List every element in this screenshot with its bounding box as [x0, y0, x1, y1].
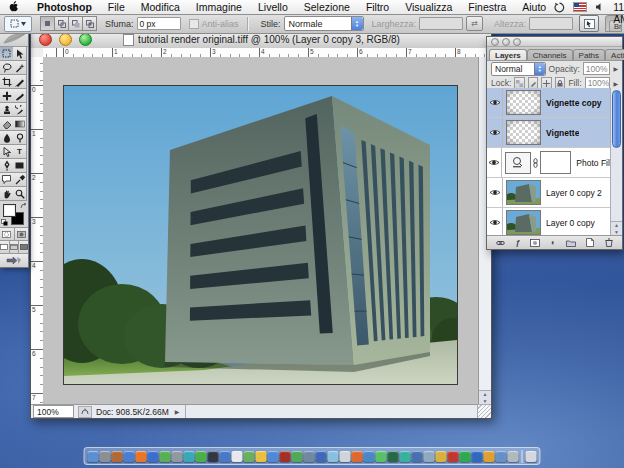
lasso-tool[interactable]: [0, 61, 14, 75]
palette-minimize-button[interactable]: [502, 38, 510, 46]
move-tool[interactable]: [13, 47, 27, 61]
dock-app-icon[interactable]: [232, 451, 243, 462]
eyedropper-tool[interactable]: [13, 173, 27, 187]
opacity-popup-arrow-icon[interactable]: ▶: [613, 65, 618, 72]
slice-tool[interactable]: [13, 75, 27, 89]
zoom-window-button[interactable]: [79, 33, 92, 46]
selection-mode-intersect-button[interactable]: [83, 16, 97, 31]
dock-app-icon[interactable]: [280, 451, 291, 462]
menu-immagine[interactable]: Immagine: [188, 1, 250, 13]
layer-thumbnail[interactable]: [506, 180, 541, 205]
swap-dimensions-button[interactable]: ⇄: [466, 16, 483, 31]
palette-scroll-arrows-icon[interactable]: ▲▼: [611, 221, 622, 236]
crop-tool[interactable]: [0, 75, 14, 89]
layer-row-vignette-copy[interactable]: Vignette copy: [487, 88, 622, 118]
edit-in-imageready-button[interactable]: [0, 254, 28, 267]
feather-input[interactable]: 0 px: [137, 17, 181, 30]
dock-app-icon[interactable]: [148, 451, 159, 462]
menu-aiuto[interactable]: Aiuto: [514, 1, 554, 13]
layer-row-vignette[interactable]: Vignette: [487, 118, 622, 148]
layer-row-layer0-copy[interactable]: Layer 0 copy: [487, 208, 622, 236]
shape-tool[interactable]: [13, 159, 27, 173]
dock-app-icon[interactable]: [484, 451, 495, 462]
style-dropdown[interactable]: Normale ▲▼: [284, 16, 364, 31]
link-layers-button[interactable]: [496, 239, 505, 247]
menu-modifica[interactable]: Modifica: [133, 1, 188, 13]
menu-selezione[interactable]: Selezione: [296, 1, 358, 13]
rectangular-marquee-tool[interactable]: [0, 47, 14, 61]
new-group-button[interactable]: [566, 239, 576, 247]
canvas-image[interactable]: [63, 85, 458, 385]
notes-tool[interactable]: [0, 173, 14, 187]
visibility-eye-icon[interactable]: [487, 118, 503, 147]
delete-layer-button[interactable]: [605, 238, 613, 247]
gradient-tool[interactable]: [13, 117, 27, 131]
dock-app-icon[interactable]: [448, 451, 459, 462]
dock-app-icon[interactable]: [388, 451, 399, 462]
fullscreen-with-menu-button[interactable]: [10, 241, 20, 253]
tab-actions[interactable]: Actions: [605, 49, 624, 60]
tab-channels[interactable]: Channels: [527, 49, 573, 60]
sync-menu-icon[interactable]: [554, 2, 565, 13]
dock-app-icon[interactable]: [316, 451, 327, 462]
layer-mask-thumbnail[interactable]: [540, 151, 571, 174]
eraser-tool[interactable]: [0, 117, 14, 131]
layer-name[interactable]: Vignette copy: [544, 98, 602, 108]
dock-app-icon[interactable]: [376, 451, 387, 462]
foreground-color-swatch[interactable]: [3, 204, 16, 217]
palette-scrollbar[interactable]: ▲▼: [610, 88, 622, 236]
visibility-eye-icon[interactable]: [487, 178, 503, 207]
photo-filter-thumbnail[interactable]: [505, 152, 531, 174]
palette-title-bar[interactable]: [487, 37, 622, 47]
dock-app-icon[interactable]: [184, 451, 195, 462]
dock-trash-icon[interactable]: [526, 451, 537, 462]
apple-menu-icon[interactable]: [9, 1, 19, 13]
quick-mask-mode-button[interactable]: [15, 228, 29, 240]
dock-app-icon[interactable]: [340, 451, 351, 462]
tab-layers[interactable]: Layers: [489, 49, 527, 60]
zoom-level-input[interactable]: 100%: [33, 405, 74, 418]
window-resize-grip[interactable]: [477, 404, 491, 418]
scrollbar-arrows-icon[interactable]: ▲▼: [479, 390, 491, 405]
antialias-checkbox[interactable]: [189, 19, 199, 29]
dock-app-icon[interactable]: [88, 451, 99, 462]
blend-mode-dropdown[interactable]: Normal ▲▼: [491, 62, 546, 76]
minimize-button[interactable]: [59, 33, 72, 46]
hand-tool[interactable]: [0, 187, 14, 201]
add-layer-mask-button[interactable]: [530, 239, 540, 247]
visibility-eye-icon[interactable]: [487, 148, 502, 177]
input-language-flag-icon[interactable]: [573, 2, 587, 12]
dock-app-icon[interactable]: [112, 451, 123, 462]
clone-stamp-tool[interactable]: [0, 103, 14, 117]
dock-app-icon[interactable]: [256, 451, 267, 462]
dock-app-icon[interactable]: [292, 451, 303, 462]
layer-row-photo-filter[interactable]: Photo Filte...: [487, 148, 622, 178]
standard-mode-button[interactable]: [0, 228, 15, 240]
status-menu-icon[interactable]: [78, 406, 92, 418]
dock-app-icon[interactable]: [220, 451, 231, 462]
pen-tool[interactable]: [0, 159, 14, 173]
layer-name[interactable]: Layer 0 copy: [544, 218, 595, 228]
fullscreen-mode-button[interactable]: [19, 241, 28, 253]
dock-app-icon[interactable]: [208, 451, 219, 462]
blur-tool[interactable]: [0, 131, 14, 145]
magic-wand-tool[interactable]: [13, 61, 27, 75]
healing-brush-tool[interactable]: [0, 89, 14, 103]
dodge-tool[interactable]: [13, 131, 27, 145]
add-layer-style-button[interactable]: ƒ: [516, 239, 520, 247]
visibility-eye-icon[interactable]: [487, 208, 503, 236]
tab-paths[interactable]: Paths: [573, 49, 605, 60]
layer-thumbnail[interactable]: [506, 210, 541, 235]
menu-file[interactable]: File: [100, 1, 133, 13]
layer-row-layer0-copy2[interactable]: Layer 0 copy 2: [487, 178, 622, 208]
default-colors-icon[interactable]: [1, 219, 8, 226]
dock-app-icon[interactable]: [436, 451, 447, 462]
history-brush-tool[interactable]: [13, 103, 27, 117]
width-input[interactable]: [419, 17, 463, 30]
layer-name[interactable]: Layer 0 copy 2: [544, 188, 602, 198]
layer-thumbnail[interactable]: [506, 90, 541, 115]
opacity-value[interactable]: 100%: [583, 62, 611, 75]
menu-clock[interactable]: Fri 11:42 AM: [613, 0, 624, 25]
dock-app-icon[interactable]: [496, 451, 507, 462]
zoom-tool[interactable]: [13, 187, 27, 201]
